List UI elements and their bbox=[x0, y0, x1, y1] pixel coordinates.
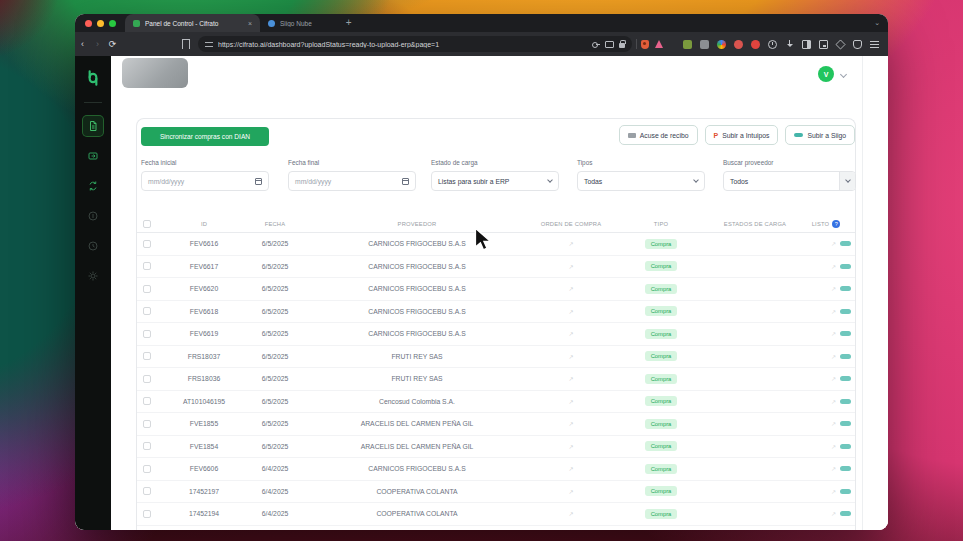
listo-link[interactable] bbox=[840, 309, 851, 314]
site-settings-icon[interactable] bbox=[205, 41, 213, 48]
orden-de-compra-icon[interactable]: ↗ bbox=[535, 308, 607, 315]
listo-link[interactable] bbox=[840, 489, 851, 494]
minimize-window-button[interactable] bbox=[97, 20, 104, 27]
sidebar-item-billing[interactable] bbox=[82, 205, 104, 227]
table-row[interactable]: 17452194 6/4/2025 COOPERATIVA COLANTA ↗ … bbox=[137, 503, 855, 526]
orden-de-compra-icon[interactable]: ↗ bbox=[535, 353, 607, 360]
row-checkbox[interactable] bbox=[143, 352, 151, 360]
orden-de-compra-icon[interactable]: ↗ bbox=[535, 330, 607, 337]
listo-link[interactable] bbox=[840, 421, 851, 426]
bookmark-icon[interactable] bbox=[182, 39, 190, 49]
select-all-checkbox[interactable] bbox=[143, 220, 151, 228]
estado-de-carga-select[interactable]: Listas para subir a ERP bbox=[431, 171, 559, 191]
column-header-orden-de-compra[interactable]: ORDEN DE COMPRA bbox=[535, 221, 607, 227]
back-button[interactable]: ‹ bbox=[75, 39, 90, 49]
select-chevron-box[interactable] bbox=[839, 172, 855, 190]
calendar-icon[interactable] bbox=[255, 178, 262, 185]
listo-link[interactable] bbox=[840, 286, 851, 291]
warning-extension-icon[interactable] bbox=[655, 40, 663, 48]
orden-de-compra-icon[interactable]: ↗ bbox=[535, 263, 607, 270]
table-row[interactable]: FRS18036 6/5/2025 FRUTI REY SAS ↗ Compra… bbox=[137, 368, 855, 391]
sidebar-item-invoices[interactable] bbox=[82, 145, 104, 167]
picture-in-picture-icon[interactable] bbox=[819, 40, 828, 49]
sync-dian-button[interactable]: Sincronizar compras con DIAN bbox=[141, 127, 269, 146]
avatar[interactable]: V bbox=[818, 66, 834, 82]
close-tab-icon[interactable]: × bbox=[246, 20, 252, 27]
fecha-inicial-input[interactable]: mm/dd/yyyy bbox=[141, 171, 269, 191]
download-icon[interactable] bbox=[785, 40, 794, 49]
url-text[interactable]: https://cifrato.ai/dashboard?uploadStatu… bbox=[218, 41, 587, 48]
row-checkbox[interactable] bbox=[143, 330, 151, 338]
column-header-estados-de-carga[interactable]: ESTADOS DE CARGA bbox=[715, 221, 795, 227]
subir-a-siigo-button[interactable]: Subir a Siigo bbox=[785, 125, 855, 145]
extension-green-icon[interactable] bbox=[683, 40, 692, 49]
acuse-de-recibo-button[interactable]: Acuse de recibo bbox=[619, 125, 698, 145]
extension-red-icon[interactable] bbox=[734, 40, 743, 49]
cast-icon[interactable] bbox=[605, 41, 614, 48]
row-checkbox[interactable] bbox=[143, 442, 151, 450]
row-checkbox[interactable] bbox=[143, 285, 151, 293]
orden-de-compra-icon[interactable]: ↗ bbox=[535, 443, 607, 450]
lock-icon[interactable] bbox=[619, 43, 625, 48]
tab-siigo-nube[interactable]: Siigo Nube bbox=[260, 14, 320, 32]
fecha-final-input[interactable]: mm/dd/yyyy bbox=[288, 171, 416, 191]
row-checkbox[interactable] bbox=[143, 487, 151, 495]
row-checkbox[interactable] bbox=[143, 510, 151, 518]
sidebar-toggle-icon[interactable] bbox=[802, 40, 811, 49]
listo-link[interactable] bbox=[840, 354, 851, 359]
table-row[interactable]: ↗ Compra ↗ bbox=[137, 526, 855, 531]
orden-de-compra-icon[interactable]: ↗ bbox=[535, 398, 607, 405]
column-header-listo[interactable]: LISTO ? bbox=[795, 220, 857, 228]
calendar-icon[interactable] bbox=[402, 178, 409, 185]
orden-de-compra-icon[interactable]: ↗ bbox=[535, 285, 607, 292]
subir-a-intuipos-button[interactable]: P Subir a Intuipos bbox=[705, 125, 779, 145]
table-row[interactable]: FEV6617 6/5/2025 CARNICOS FRIGOCEBU S.A.… bbox=[137, 256, 855, 279]
row-checkbox[interactable] bbox=[143, 397, 151, 405]
row-checkbox[interactable] bbox=[143, 262, 151, 270]
tipos-select[interactable]: Todas bbox=[577, 171, 705, 191]
forward-button[interactable]: › bbox=[90, 39, 105, 49]
row-checkbox[interactable] bbox=[143, 240, 151, 248]
extension-pinwheel-icon[interactable] bbox=[717, 40, 726, 49]
table-row[interactable]: FEV6606 6/4/2025 CARNICOS FRIGOCEBU S.A.… bbox=[137, 458, 855, 481]
row-checkbox[interactable] bbox=[143, 465, 151, 473]
sidebar-item-documents[interactable] bbox=[82, 115, 104, 137]
orden-de-compra-icon[interactable]: ↗ bbox=[535, 240, 607, 247]
listo-link[interactable] bbox=[840, 466, 851, 471]
listo-link[interactable] bbox=[840, 331, 851, 336]
listo-link[interactable] bbox=[840, 511, 851, 516]
listo-link[interactable] bbox=[840, 264, 851, 269]
column-header-id[interactable]: ID bbox=[157, 221, 251, 227]
tab-search-chevron-icon[interactable]: ⌄ bbox=[874, 19, 880, 27]
row-checkbox[interactable] bbox=[143, 420, 151, 428]
buscar-proveedor-select[interactable]: Todos bbox=[723, 171, 856, 191]
table-row[interactable]: FRS18037 6/5/2025 FRUTI REY SAS ↗ Compra… bbox=[137, 346, 855, 369]
address-bar[interactable]: https://cifrato.ai/dashboard?uploadStatu… bbox=[198, 36, 632, 52]
zoom-window-button[interactable] bbox=[109, 20, 116, 27]
orden-de-compra-icon[interactable]: ↗ bbox=[535, 465, 607, 472]
table-row[interactable]: FEV6619 6/5/2025 CARNICOS FRIGOCEBU S.A.… bbox=[137, 323, 855, 346]
listo-link[interactable] bbox=[840, 399, 851, 404]
row-checkbox[interactable] bbox=[143, 307, 151, 315]
tab-panel-de-control[interactable]: Panel de Control - Cifrato × bbox=[125, 14, 260, 32]
column-header-proveedor[interactable]: PROVEEDOR bbox=[299, 221, 535, 227]
listo-link[interactable] bbox=[840, 241, 851, 246]
sidebar-item-help[interactable] bbox=[82, 235, 104, 257]
listo-link[interactable] bbox=[840, 444, 851, 449]
table-row[interactable]: AT101046195 6/5/2025 Cencosud Colombia S… bbox=[137, 391, 855, 414]
close-window-button[interactable] bbox=[85, 20, 92, 27]
table-row[interactable]: FEV6616 6/5/2025 CARNICOS FRIGOCEBU S.A.… bbox=[137, 233, 855, 256]
new-tab-button[interactable]: + bbox=[346, 18, 352, 28]
orden-de-compra-icon[interactable]: ↗ bbox=[535, 375, 607, 382]
table-row[interactable]: FEV6618 6/5/2025 CARNICOS FRIGOCEBU S.A.… bbox=[137, 301, 855, 324]
menu-icon[interactable] bbox=[870, 40, 879, 49]
column-header-fecha[interactable]: FECHA bbox=[251, 221, 299, 227]
table-row[interactable]: FVE1854 6/5/2025 ARACELIS DEL CARMEN PEÑ… bbox=[137, 436, 855, 459]
table-row[interactable]: FVE1855 6/5/2025 ARACELIS DEL CARMEN PEÑ… bbox=[137, 413, 855, 436]
column-header-tipo[interactable]: TIPO bbox=[607, 221, 715, 227]
extension-gray-icon[interactable] bbox=[700, 40, 709, 49]
table-row[interactable]: 17452197 6/4/2025 COOPERATIVA COLANTA ↗ … bbox=[137, 481, 855, 504]
cursor-diamond-icon[interactable] bbox=[835, 39, 845, 49]
scrollbar[interactable] bbox=[862, 56, 863, 530]
avatar-chevron-down-icon[interactable] bbox=[840, 71, 847, 78]
